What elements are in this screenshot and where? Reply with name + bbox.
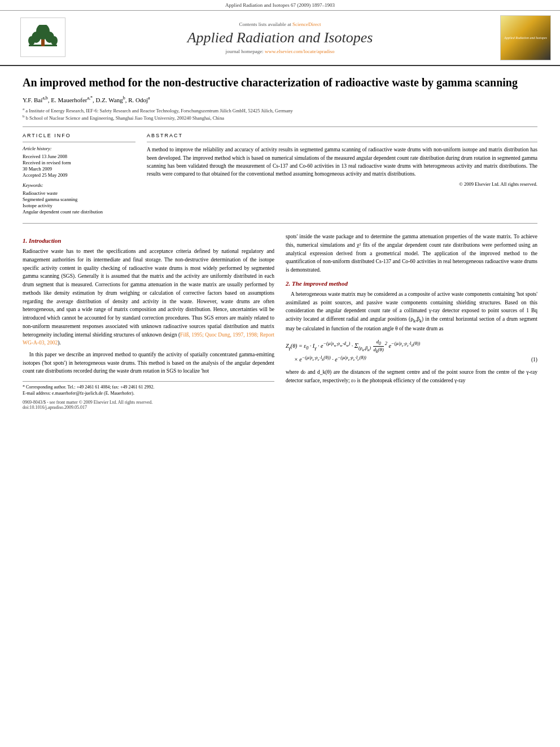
- accepted-date: Accepted 25 May 2009: [23, 172, 135, 178]
- journal-header-center: Contents lists available at ScienceDirec…: [77, 21, 483, 54]
- abstract-copyright: © 2009 Elsevier Ltd. All rights reserved…: [147, 181, 537, 187]
- abstract-col: ABSTRACT A method to improve the reliabi…: [147, 133, 537, 215]
- section-1-title: 1. Introduction: [23, 237, 274, 244]
- author-mauerhofer: E. Mauerhofer: [51, 97, 87, 103]
- journal-homepage: journal homepage: www.elsevier.com/locat…: [77, 49, 483, 54]
- author-bai: Y.F. Bai: [23, 97, 42, 103]
- keyword-1: Radioactive waste: [23, 190, 135, 196]
- divider-1: [23, 126, 537, 127]
- body-two-col: 1. Introduction Radioactive waste has to…: [23, 233, 537, 410]
- section2-para-1: A heterogeneous waste matrix may be cons…: [286, 290, 537, 333]
- elsevier-logo: [9, 18, 77, 58]
- article-info-abstract: Article Info Article history: Received 1…: [23, 133, 537, 215]
- footnote-section: * Corresponding author. Tel.: +49 2461 6…: [23, 381, 274, 396]
- journal-citation: Applied Radiation and Isotopes 67 (2009)…: [225, 2, 335, 8]
- article-title: An improved method for the non-destructi…: [23, 75, 537, 90]
- affil-2: b b School of Nuclear Science and Engine…: [23, 114, 537, 121]
- keyword-2: Segmented gamma scanning: [23, 196, 135, 202]
- footnote-star: * Corresponding author. Tel.: +49 2461 6…: [23, 384, 274, 390]
- contents-line: Contents lists available at ScienceDirec…: [77, 21, 483, 27]
- author-odoj: R. Odoj: [128, 97, 148, 103]
- top-bar: Applied Radiation and Isotopes 67 (2009)…: [0, 0, 560, 11]
- received-revised-date: 30 March 2009: [23, 166, 135, 172]
- affil-1: a a Institute of Energy Research, IEF-6:…: [23, 107, 537, 113]
- keyword-3: Isotope activity: [23, 203, 135, 208]
- keywords-label: Keywords:: [23, 182, 135, 188]
- svg-point-6: [51, 36, 58, 45]
- body-content: 1. Introduction Radioactive waste has to…: [23, 233, 537, 410]
- abstract-text: A method to improve the reliability and …: [147, 146, 537, 178]
- received-revised-label: Received in revised form: [23, 160, 135, 165]
- elsevier-tree-icon: [26, 25, 60, 50]
- history-label: Article history:: [23, 146, 135, 151]
- page: Applied Radiation and Isotopes 67 (2009)…: [0, 0, 560, 747]
- formula-block: Zγ(θ) = ε0 · Iγ · e−(μ/ρw·ρw·dw) · Σ(ρk,…: [286, 339, 537, 362]
- homepage-link[interactable]: www.elsevier.com/locate/apradiso: [265, 49, 334, 54]
- journal-cover: Applied Radiation and Isotopes: [483, 15, 551, 60]
- intro-para-right: spots' inside the waste package and to d…: [286, 233, 537, 274]
- journal-cover-image: Applied Radiation and Isotopes: [500, 15, 551, 60]
- footnote-email: E-mail address: e.mauerhofer@fz-juelich.…: [23, 390, 274, 396]
- intro-para-2: In this paper we describe an improved me…: [23, 351, 274, 375]
- article-content: An improved method for the non-destructi…: [0, 66, 560, 419]
- body-col-left: 1. Introduction Radioactive waste has to…: [23, 233, 274, 410]
- elsevier-logo-box: [20, 18, 65, 57]
- received-date: Received 13 June 2008: [23, 154, 135, 159]
- journal-title: Applied Radiation and Isotopes: [77, 29, 483, 46]
- intro-para-1: Radioactive waste has to meet the specif…: [23, 247, 274, 347]
- authors: Y.F. Baia,b, E. Mauerhofera,*, D.Z. Wang…: [23, 95, 537, 103]
- article-info-box: Article history: Received 13 June 2008 R…: [23, 142, 135, 215]
- section-2-title: 2. The improved method: [286, 280, 537, 287]
- sciencedirect-link[interactable]: ScienceDirect: [292, 21, 321, 27]
- keywords-section: Keywords: Radioactive waste Segmented ga…: [23, 182, 135, 215]
- body-col-right: spots' inside the waste package and to d…: [286, 233, 537, 410]
- journal-header: Contents lists available at ScienceDirec…: [0, 11, 560, 66]
- abstract-header: ABSTRACT: [147, 133, 537, 138]
- formula-description: where d₀ and d_k(θ) are the distances of…: [286, 368, 537, 385]
- author-wang: D.Z. Wang: [96, 97, 123, 103]
- svg-point-5: [28, 36, 35, 45]
- ref-filss[interactable]: Filß, 1995; Quoc Dung, 1997, 1998; Repor…: [23, 332, 274, 346]
- article-info-col: Article Info Article history: Received 1…: [23, 133, 135, 215]
- publisher-logo-area: [9, 18, 77, 58]
- divider-2: [23, 223, 537, 224]
- keyword-4: Angular dependent count rate distributio…: [23, 209, 135, 215]
- affiliations: a a Institute of Energy Research, IEF-6:…: [23, 107, 537, 121]
- issn-line: 0969-8043/$ - see front matter © 2009 El…: [23, 400, 274, 410]
- article-info-header: Article Info: [23, 133, 135, 138]
- abstract-box: A method to improve the reliability and …: [147, 142, 537, 187]
